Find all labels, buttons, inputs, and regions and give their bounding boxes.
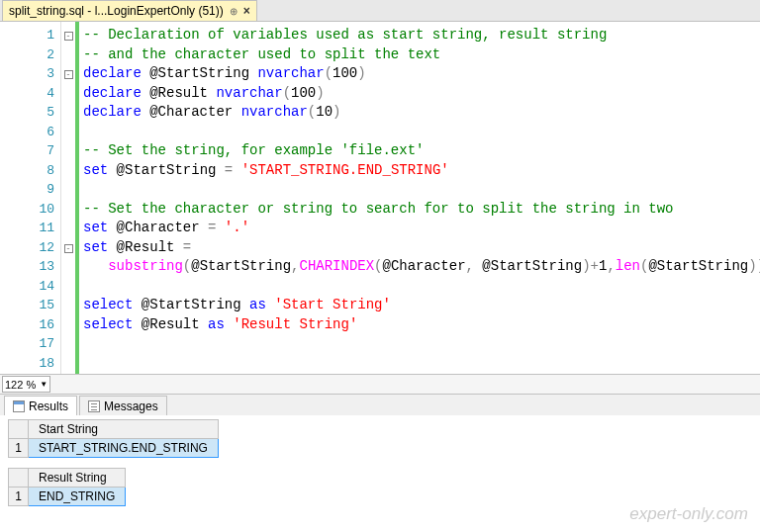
code-editor[interactable]: -- Declaration of variables used as star… <box>79 22 760 374</box>
row-number: 1 <box>9 439 29 458</box>
code-line[interactable]: -- and the character used to split the t… <box>83 45 760 65</box>
fold-marker <box>61 141 75 161</box>
fold-marker <box>61 315 75 335</box>
line-number: 2 <box>0 45 54 65</box>
table-row[interactable]: 1 START_STRING.END_STRING <box>9 439 219 458</box>
code-line[interactable]: declare @Character nvarchar(10) <box>83 103 760 123</box>
line-number: 3 <box>0 64 54 84</box>
line-number: 4 <box>0 84 54 104</box>
table-row[interactable]: 1 END_STRING <box>9 488 126 506</box>
tab-title: split_string.sql - l...LoginExpertOnly (… <box>9 4 224 18</box>
code-line[interactable]: -- Set the character or string to search… <box>83 200 760 220</box>
editor-area: 123456789101112131415161718 --- -- Decla… <box>0 22 760 374</box>
line-number: 9 <box>0 180 54 200</box>
line-number: 6 <box>0 123 54 142</box>
fold-marker <box>61 257 75 277</box>
line-number: 10 <box>0 200 54 220</box>
column-header[interactable]: Start String <box>29 420 219 439</box>
fold-marker <box>61 354 75 374</box>
fold-marker[interactable]: - <box>61 238 75 258</box>
line-number: 14 <box>0 277 54 297</box>
line-number: 13 <box>0 257 54 277</box>
tab-results-label: Results <box>29 399 68 413</box>
code-line[interactable]: substring(@StartString,CHARINDEX(@Charac… <box>83 257 760 277</box>
code-line[interactable] <box>83 334 760 354</box>
line-number: 12 <box>0 238 54 258</box>
fold-marker <box>61 123 75 142</box>
fold-marker <box>61 296 75 315</box>
tab-bar: split_string.sql - l...LoginExpertOnly (… <box>0 0 760 22</box>
code-line[interactable]: select @Result as 'Result String' <box>83 315 760 335</box>
line-number-gutter: 123456789101112131415161718 <box>0 22 61 374</box>
code-line[interactable] <box>83 354 760 374</box>
row-number: 1 <box>9 488 29 506</box>
cell-value[interactable]: START_STRING.END_STRING <box>29 439 219 458</box>
code-line[interactable]: select @StartString as 'Start String' <box>83 296 760 315</box>
fold-marker <box>61 200 75 220</box>
results-tab-bar: Results Messages <box>0 394 760 415</box>
chevron-down-icon: ▼ <box>40 380 48 389</box>
pin-icon[interactable]: ⊕ <box>230 6 238 17</box>
code-line[interactable]: -- Set the string, for example 'file.ext… <box>83 141 760 161</box>
fold-marker <box>61 180 75 200</box>
grid-icon <box>13 400 25 412</box>
fold-marker <box>61 103 75 123</box>
code-line[interactable]: declare @StartString nvarchar(100) <box>83 64 760 84</box>
watermark: expert-only.com <box>629 504 748 524</box>
fold-marker[interactable]: - <box>61 26 75 45</box>
line-number: 11 <box>0 219 54 238</box>
corner-cell <box>9 420 29 439</box>
line-number: 7 <box>0 141 54 161</box>
line-number: 1 <box>0 26 54 45</box>
fold-marker <box>61 161 75 181</box>
code-line[interactable]: set @Character = '.' <box>83 219 760 238</box>
fold-marker <box>61 277 75 297</box>
corner-cell <box>9 469 29 488</box>
zoom-bar: 122 % ▼ <box>0 374 760 394</box>
fold-marker[interactable]: - <box>61 64 75 84</box>
code-line[interactable] <box>83 180 760 200</box>
fold-marker <box>61 45 75 65</box>
zoom-value: 122 % <box>5 379 36 391</box>
fold-column: --- <box>61 22 75 374</box>
tab-messages-label: Messages <box>104 399 158 413</box>
line-number: 8 <box>0 161 54 181</box>
fold-marker <box>61 219 75 238</box>
close-icon[interactable]: × <box>243 4 250 18</box>
line-number: 16 <box>0 315 54 335</box>
line-number: 5 <box>0 103 54 123</box>
line-number: 15 <box>0 296 54 315</box>
tab-messages[interactable]: Messages <box>79 396 167 415</box>
code-line[interactable]: set @Result = <box>83 238 760 258</box>
editor-tab[interactable]: split_string.sql - l...LoginExpertOnly (… <box>2 0 257 21</box>
zoom-select[interactable]: 122 % ▼ <box>2 376 50 393</box>
tab-results[interactable]: Results <box>4 396 77 415</box>
code-line[interactable]: -- Declaration of variables used as star… <box>83 26 760 45</box>
fold-marker <box>61 334 75 354</box>
line-number: 18 <box>0 354 54 374</box>
code-line[interactable] <box>83 123 760 142</box>
cell-value[interactable]: END_STRING <box>29 488 126 506</box>
code-line[interactable] <box>83 277 760 297</box>
result-grid-2[interactable]: Result String 1 END_STRING <box>8 468 126 506</box>
column-header[interactable]: Result String <box>29 469 126 488</box>
messages-icon <box>88 400 100 412</box>
fold-marker <box>61 84 75 104</box>
result-grid-1[interactable]: Start String 1 START_STRING.END_STRING <box>8 419 219 458</box>
line-number: 17 <box>0 334 54 354</box>
code-line[interactable]: declare @Result nvarchar(100) <box>83 84 760 104</box>
code-line[interactable]: set @StartString = 'START_STRING.END_STR… <box>83 161 760 181</box>
